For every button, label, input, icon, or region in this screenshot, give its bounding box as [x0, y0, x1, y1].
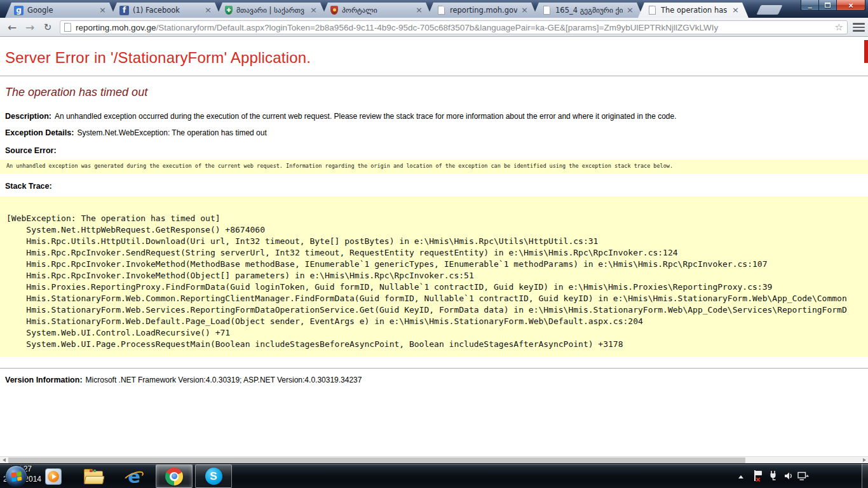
version-info-text: Microsoft .NET Framework Version:4.0.303… [86, 376, 362, 384]
stack-trace-line: Hmis.Rpc.RpcInvoker.InvokeMethod(Object[… [6, 270, 868, 281]
url-domain: reporting.moh.gov.ge [76, 23, 156, 32]
tab-close-icon[interactable]: × [205, 6, 212, 14]
stack-trace-line: Hmis.Rpc.RpcInvoker.InvokeMethod(MethodB… [6, 259, 868, 270]
stack-trace-line: [WebException: The operation has timed o… [6, 213, 868, 224]
tab-close-icon[interactable]: × [310, 6, 317, 14]
windows-logo-icon [11, 471, 22, 481]
page-security-icon [64, 23, 71, 32]
network-tray-icon[interactable] [796, 470, 810, 482]
close-button[interactable]: × [837, 0, 865, 11]
reload-button[interactable]: ↻ [39, 20, 56, 35]
description-label: Description: [5, 112, 51, 121]
tab-close-icon[interactable]: × [627, 6, 634, 14]
stack-trace-label: Stack Trace: [5, 182, 52, 191]
tab-title: reporting.moh.gov.ge [450, 6, 517, 15]
stack-trace-line: System.Web.UI.Control.LoadRecursive() +7… [6, 327, 868, 339]
desktop-screen: g Google × f (1) Facebook × ✚ მთავარი | … [0, 0, 868, 488]
forward-icon: → [25, 21, 34, 34]
back-button[interactable]: ← [4, 20, 20, 35]
facebook-favicon: f [119, 6, 129, 15]
volume-tray-icon[interactable] [782, 470, 795, 482]
tab-165-4[interactable]: 165_4 გეგმიური ქირ × [532, 3, 643, 18]
exception-details-line: Exception Details:System.Net.WebExceptio… [5, 128, 267, 137]
stack-trace-line: Hmis.StationaryForm.Web.Common.Reporting… [6, 293, 868, 304]
speaker-icon [783, 471, 794, 481]
scroll-right-arrow[interactable] [860, 457, 868, 463]
tab-facebook[interactable]: f (1) Facebook × [111, 3, 221, 18]
source-error-label-line: Source Error: [5, 146, 57, 155]
url-path: /Stationaryform/Default.aspx?loginToken=… [156, 23, 719, 32]
restore-button[interactable] [819, 0, 837, 11]
back-icon: ← [8, 21, 17, 34]
minimize-button[interactable]: – [801, 0, 819, 11]
tab-title: 165_4 გეგმიური ქირ [555, 6, 623, 15]
tab-close-icon[interactable]: × [521, 6, 528, 14]
tab-google[interactable]: g Google × [5, 3, 116, 18]
tab-title: Google [27, 6, 95, 15]
stack-trace-line: Hmis.StationaryForm.Web.Services.Reporti… [6, 304, 868, 316]
up-arrow-icon [738, 475, 743, 478]
bookmark-star-icon[interactable]: ☆ [835, 22, 843, 33]
scrollbar-thumb[interactable] [8, 458, 745, 463]
blank-page-favicon [541, 5, 552, 15]
skype-taskbar-button[interactable]: S [195, 464, 232, 488]
address-bar[interactable]: reporting.moh.gov.ge/Stationaryform/Defa… [60, 20, 848, 34]
divider [0, 76, 868, 76]
stack-trace-line: Hmis.Proxies.ReportingProxy.FindFormData… [6, 281, 868, 293]
explorer-taskbar-button[interactable] [84, 467, 103, 485]
tab-portali[interactable]: პორტალი × [322, 3, 432, 18]
url-text: reporting.moh.gov.ge/Stationaryform/Defa… [76, 23, 831, 32]
tab-close-icon[interactable]: × [732, 6, 739, 14]
tab-error-page-active[interactable]: The operation has tim × [638, 3, 749, 18]
start-button[interactable] [5, 465, 27, 487]
exception-details-text: System.Net.WebException: The operation h… [77, 128, 266, 137]
georgia-emblem-favicon [330, 6, 338, 15]
internet-explorer-taskbar-button[interactable]: e [125, 467, 144, 485]
exception-details-label: Exception Details: [5, 128, 74, 137]
description-line: Description:An unhandled exception occur… [5, 112, 677, 121]
show-desktop-button[interactable] [862, 464, 868, 488]
chrome-icon [165, 468, 183, 485]
version-info-line: Version Information:Microsoft .NET Frame… [5, 376, 362, 384]
action-center-tray-icon[interactable]: × [752, 469, 764, 483]
chrome-taskbar-button[interactable] [156, 464, 193, 488]
media-player-icon [45, 468, 62, 485]
window-controls: – × [801, 0, 865, 11]
windows-taskbar: e S × [0, 463, 868, 488]
stack-trace-box: [WebException: The operation has timed o… [0, 196, 868, 356]
show-hidden-icons-button[interactable] [735, 472, 747, 481]
horizontal-scrollbar[interactable] [0, 456, 868, 463]
tab-mtavari[interactable]: ✚ მთავარი | საქართვ × [216, 3, 327, 18]
stack-trace-line: System.Web.UI.Page.ProcessRequestMain(Bo… [6, 339, 868, 350]
stack-trace-line: Hmis.Rpc.Utils.HttpUtil.Download(Uri url… [6, 236, 868, 247]
google-favicon: g [14, 6, 24, 15]
error-page-content: Server Error in '/StationaryForm' Applic… [0, 37, 868, 456]
tab-close-icon[interactable]: × [99, 6, 106, 14]
tab-title: The operation has tim [661, 6, 728, 15]
page-edge-red-artifact [864, 40, 868, 63]
folder-icon [84, 471, 103, 484]
restore-icon [825, 3, 831, 8]
version-info-label: Version Information: [5, 376, 83, 384]
blank-page-favicon [647, 5, 657, 15]
reload-icon: ↻ [44, 22, 52, 33]
scroll-left-arrow[interactable] [0, 457, 8, 463]
health-shield-favicon: ✚ [225, 6, 233, 15]
divider [0, 368, 868, 369]
browser-toolbar: ← → ↻ reporting.moh.gov.ge/Stationaryfor… [0, 18, 868, 37]
power-tray-icon[interactable] [767, 469, 780, 483]
chrome-menu-button[interactable] [853, 23, 865, 32]
blank-page-favicon [436, 5, 446, 15]
tab-title: პორტალი [342, 6, 412, 15]
new-tab-button[interactable] [757, 5, 783, 15]
source-error-box: An unhandled exception was generated dur… [0, 159, 868, 173]
tab-reporting-moh[interactable]: reporting.moh.gov.ge × [427, 3, 538, 18]
network-icon [797, 471, 810, 482]
forward-button[interactable]: → [22, 20, 38, 35]
description-text: An unhandled exception occurred during t… [55, 112, 677, 121]
tab-close-icon[interactable]: × [416, 6, 423, 14]
power-plug-icon [768, 470, 778, 482]
stack-trace-label-line: Stack Trace: [5, 182, 52, 191]
source-error-label: Source Error: [5, 146, 57, 155]
media-player-taskbar-button[interactable] [44, 467, 63, 485]
